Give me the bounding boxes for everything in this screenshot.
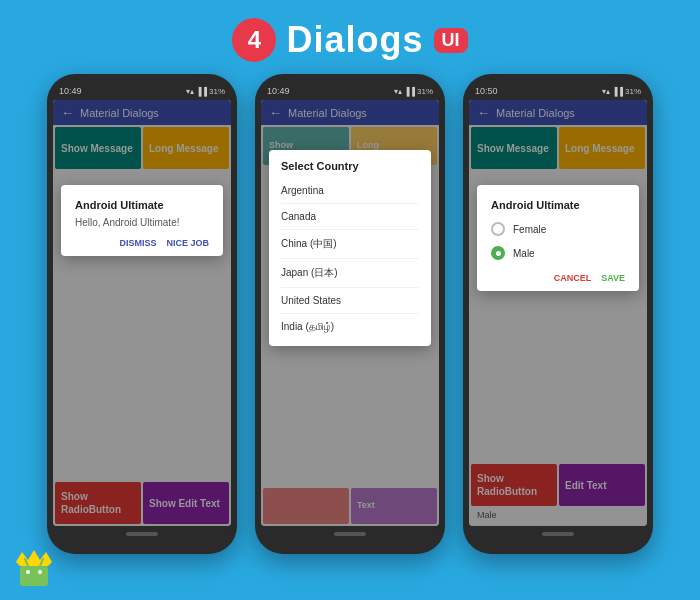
svg-point-3 — [38, 570, 42, 574]
phone3-screen: ← Material Dialogs Show Message Long Mes… — [469, 100, 647, 526]
svg-rect-1 — [20, 566, 48, 586]
phone2-status-icons: ▾▴ ▐▐ 31% — [394, 87, 433, 96]
phone2-battery-text: 31% — [417, 87, 433, 96]
phone3-save-btn[interactable]: SAVE — [601, 273, 625, 283]
page-title: Dialogs — [286, 19, 423, 61]
phone3-status-icons: ▾▴ ▐▐ 31% — [602, 87, 641, 96]
phone3-radio-female-label: Female — [513, 224, 546, 235]
phone3-status-bar: 10:50 ▾▴ ▐▐ 31% — [469, 86, 647, 96]
phone2-country-list: Argentina Canada China (中国) Japan (日本) U… — [281, 178, 419, 340]
phone1-dialog-actions: DISMISS NICE JOB — [75, 238, 209, 248]
phone2-wifi-icon: ▾▴ — [394, 87, 402, 96]
country-canada[interactable]: Canada — [281, 204, 419, 230]
phone1-dismiss-btn[interactable]: DISMISS — [119, 238, 156, 248]
phone2-home-circle — [334, 532, 366, 536]
phone3-dialog-title: Android Ultimate — [491, 199, 625, 211]
country-india[interactable]: India (தமிழ்) — [281, 314, 419, 340]
phone2-time: 10:49 — [267, 86, 290, 96]
phone2-status-bar: 10:49 ▾▴ ▐▐ 31% — [261, 86, 439, 96]
phone1-status-icons: ▾▴ ▐▐ 31% — [186, 87, 225, 96]
phone1-dialog-title: Android Ultimate — [75, 199, 209, 211]
signal-icon: ▐▐ — [196, 87, 207, 96]
phone2-signal-icon: ▐▐ — [404, 87, 415, 96]
phone3-radio-female-circle — [491, 222, 505, 236]
svg-marker-0 — [16, 550, 52, 566]
phone3-radio-female[interactable]: Female — [491, 217, 625, 241]
phone3-home-bar — [469, 526, 647, 542]
phone1-confirm-btn[interactable]: NICE JOB — [166, 238, 209, 248]
country-argentina[interactable]: Argentina — [281, 178, 419, 204]
phone1-dialog: Android Ultimate Hello, Android Ultimate… — [61, 185, 223, 256]
country-japan[interactable]: Japan (日本) — [281, 259, 419, 288]
country-china[interactable]: China (中国) — [281, 230, 419, 259]
phone1-dialog-body: Hello, Android Ultimate! — [75, 217, 209, 228]
phone3-signal-icon: ▐▐ — [612, 87, 623, 96]
phone1-status-bar: 10:49 ▾▴ ▐▐ 31% — [53, 86, 231, 96]
country-us[interactable]: United States — [281, 288, 419, 314]
phone3-wifi-icon: ▾▴ — [602, 87, 610, 96]
phone1-screen: ← Material Dialogs Show Message Long Mes… — [53, 100, 231, 526]
phone1-home-circle — [126, 532, 158, 536]
number-badge: 4 — [232, 18, 276, 62]
ui-badge: UI — [434, 28, 468, 53]
phone3-battery-text: 31% — [625, 87, 641, 96]
phone1-overlay — [53, 100, 231, 526]
phone2-screen: ← Material Dialogs Show Long Select Coun… — [261, 100, 439, 526]
phone2-dialog-title: Select Country — [281, 160, 419, 172]
phone-3: 10:50 ▾▴ ▐▐ 31% ← Material Dialogs Show … — [463, 74, 653, 554]
phone3-time: 10:50 — [475, 86, 498, 96]
phone1-home-bar — [53, 526, 231, 542]
battery-text: 31% — [209, 87, 225, 96]
phone-1: 10:49 ▾▴ ▐▐ 31% ← Material Dialogs Show … — [47, 74, 237, 554]
wifi-icon: ▾▴ — [186, 87, 194, 96]
phone3-dialog-actions: CANCEL SAVE — [491, 273, 625, 283]
mascot — [10, 544, 58, 592]
phone2-dialog: Select Country Argentina Canada China (中… — [269, 150, 431, 346]
phone3-radio-male-circle — [491, 246, 505, 260]
phone1-time: 10:49 — [59, 86, 82, 96]
phone3-radio-male[interactable]: Male — [491, 241, 625, 265]
phone3-home-circle — [542, 532, 574, 536]
phone3-dialog: Android Ultimate Female Male CANCEL SAVE — [477, 185, 639, 291]
phone3-overlay — [469, 100, 647, 526]
phone3-cancel-btn[interactable]: CANCEL — [554, 273, 592, 283]
svg-point-2 — [26, 570, 30, 574]
phone2-home-bar — [261, 526, 439, 542]
phones-container: 10:49 ▾▴ ▐▐ 31% ← Material Dialogs Show … — [0, 74, 700, 554]
phone3-radio-male-label: Male — [513, 248, 535, 259]
page-header: 4 Dialogs UI — [0, 0, 700, 74]
phone-2: 10:49 ▾▴ ▐▐ 31% ← Material Dialogs Show … — [255, 74, 445, 554]
